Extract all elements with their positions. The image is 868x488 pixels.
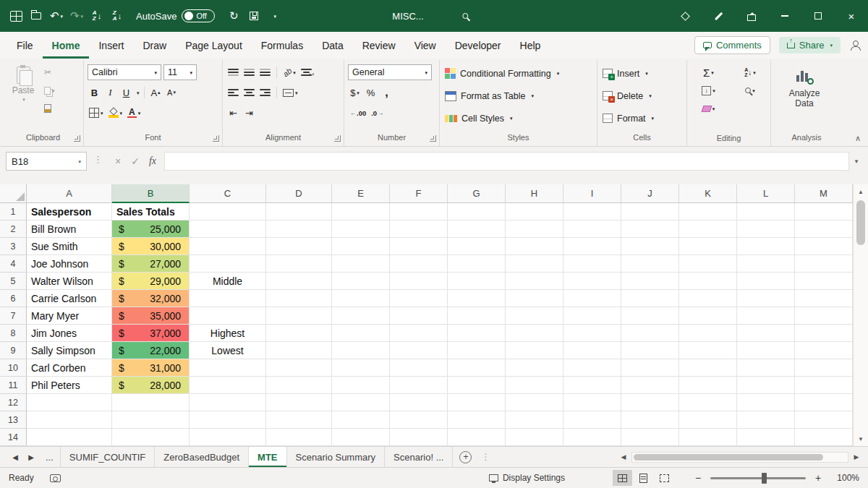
- ribbon-tab-draw[interactable]: Draw: [133, 32, 176, 59]
- formula-bar-expand-icon[interactable]: ▾: [849, 152, 864, 171]
- cell-K3[interactable]: [679, 238, 737, 255]
- merge-center-button[interactable]: ▾: [281, 85, 299, 100]
- cell-K4[interactable]: [679, 255, 737, 273]
- cell-I10[interactable]: [563, 359, 621, 377]
- cell-G14[interactable]: [448, 429, 506, 446]
- ribbon-tab-data[interactable]: Data: [312, 32, 353, 59]
- column-header-h[interactable]: H: [506, 184, 563, 203]
- cell-H5[interactable]: [506, 273, 563, 290]
- cell-L5[interactable]: [737, 273, 795, 290]
- display-settings-button[interactable]: Display Settings: [489, 473, 565, 483]
- cell-G9[interactable]: [448, 342, 506, 359]
- macro-record-icon[interactable]: [50, 474, 61, 482]
- cell-H7[interactable]: [506, 307, 563, 325]
- fill-color-button[interactable]: ▾: [107, 105, 124, 121]
- column-header-k[interactable]: K: [679, 184, 737, 203]
- cell-D13[interactable]: [266, 411, 332, 429]
- cell-B13[interactable]: [112, 411, 190, 429]
- close-button[interactable]: ×: [835, 0, 868, 32]
- cell-B3[interactable]: $30,000: [112, 238, 190, 255]
- cell-F11[interactable]: [390, 377, 448, 394]
- font-size-select[interactable]: 11▾: [163, 64, 197, 80]
- format-as-table-button[interactable]: Format as Table▾: [443, 86, 593, 106]
- column-header-i[interactable]: I: [563, 184, 621, 203]
- cell-A10[interactable]: Carl Corben: [27, 359, 112, 377]
- cell-F14[interactable]: [390, 429, 448, 446]
- paste-button[interactable]: Paste ▾: [7, 64, 40, 129]
- zoom-out-button[interactable]: −: [693, 472, 703, 484]
- clipboard-dialog-launcher[interactable]: [74, 135, 80, 142]
- borders-button[interactable]: ▾: [88, 105, 105, 121]
- cell-G11[interactable]: [448, 377, 506, 394]
- cell-C7[interactable]: [190, 307, 266, 325]
- orientation-button[interactable]: ab▾: [281, 64, 297, 80]
- increase-font-size-button[interactable]: A▴: [149, 85, 163, 100]
- cell-M13[interactable]: [795, 411, 853, 429]
- sort-descending-icon[interactable]: ZA↓: [107, 5, 127, 27]
- cell-J4[interactable]: [621, 255, 679, 273]
- cell-L7[interactable]: [737, 307, 795, 325]
- clear-button[interactable]: ▾: [691, 100, 726, 116]
- diamond-icon[interactable]: [668, 0, 702, 32]
- zoom-slider-thumb[interactable]: [762, 473, 767, 484]
- cell-H2[interactable]: [506, 221, 563, 238]
- hscroll-left-icon[interactable]: ◀: [618, 453, 629, 461]
- redo-button[interactable]: ↷▾: [67, 5, 87, 27]
- page-layout-view-button[interactable]: [634, 470, 653, 486]
- refresh-icon[interactable]: ↻: [224, 5, 244, 27]
- hscroll-track[interactable]: [631, 452, 848, 463]
- normal-view-button[interactable]: [613, 470, 632, 486]
- cell-styles-button[interactable]: Cell Styles▾: [443, 108, 593, 128]
- column-header-e[interactable]: E: [332, 184, 390, 203]
- cell-A4[interactable]: Joe Johnson: [27, 255, 112, 273]
- cell-C13[interactable]: [190, 411, 266, 429]
- cell-I12[interactable]: [563, 394, 621, 411]
- align-right-button[interactable]: [258, 85, 272, 100]
- cell-B1[interactable]: Sales Totals: [112, 203, 190, 221]
- row-header-1[interactable]: 1: [0, 203, 27, 221]
- share-button[interactable]: Share▾: [779, 37, 841, 53]
- cell-C12[interactable]: [190, 394, 266, 411]
- bold-button[interactable]: B: [88, 85, 101, 100]
- cell-D2[interactable]: [266, 221, 332, 238]
- cell-A1[interactable]: Salesperson: [27, 203, 112, 221]
- formula-bar-handle[interactable]: ⋮: [87, 152, 109, 165]
- cell-E12[interactable]: [332, 394, 390, 411]
- cell-C11[interactable]: [190, 377, 266, 394]
- comma-style-button[interactable]: ,: [380, 85, 393, 100]
- cell-D1[interactable]: [266, 203, 332, 221]
- cell-C9[interactable]: Lowest: [190, 342, 266, 359]
- cell-M7[interactable]: [795, 307, 853, 325]
- cell-H13[interactable]: [506, 411, 563, 429]
- cell-J5[interactable]: [621, 273, 679, 290]
- cell-D8[interactable]: [266, 325, 332, 342]
- conditional-formatting-button[interactable]: Conditional Formatting▾: [443, 64, 593, 83]
- sheet-tab-scenario[interactable]: Scenario! ...: [385, 447, 453, 467]
- cell-H4[interactable]: [506, 255, 563, 273]
- cell-E1[interactable]: [332, 203, 390, 221]
- autosave-toggle[interactable]: AutoSave Off: [136, 9, 215, 22]
- horizontal-scrollbar[interactable]: ◀ ▶: [618, 452, 868, 463]
- column-header-l[interactable]: L: [737, 184, 795, 203]
- row-header-10[interactable]: 10: [0, 359, 27, 377]
- cell-M10[interactable]: [795, 359, 853, 377]
- font-name-select[interactable]: Calibri▾: [88, 64, 161, 80]
- align-bottom-button[interactable]: [258, 64, 272, 80]
- cell-J14[interactable]: [621, 429, 679, 446]
- cell-I14[interactable]: [563, 429, 621, 446]
- cell-I7[interactable]: [563, 307, 621, 325]
- cell-H9[interactable]: [506, 342, 563, 359]
- row-header-13[interactable]: 13: [0, 411, 27, 429]
- sheet-nav-left-icon[interactable]: ◀: [7, 453, 23, 461]
- cell-E9[interactable]: [332, 342, 390, 359]
- undo-button[interactable]: ↶▾: [46, 5, 67, 27]
- cell-M11[interactable]: [795, 377, 853, 394]
- cell-K1[interactable]: [679, 203, 737, 221]
- align-left-button[interactable]: [226, 85, 240, 100]
- cell-M4[interactable]: [795, 255, 853, 273]
- number-dialog-launcher[interactable]: [430, 135, 436, 142]
- cell-A2[interactable]: Bill Brown: [27, 221, 112, 238]
- row-header-4[interactable]: 4: [0, 255, 27, 273]
- cell-A13[interactable]: [27, 411, 112, 429]
- ribbon-tab-help[interactable]: Help: [511, 32, 550, 59]
